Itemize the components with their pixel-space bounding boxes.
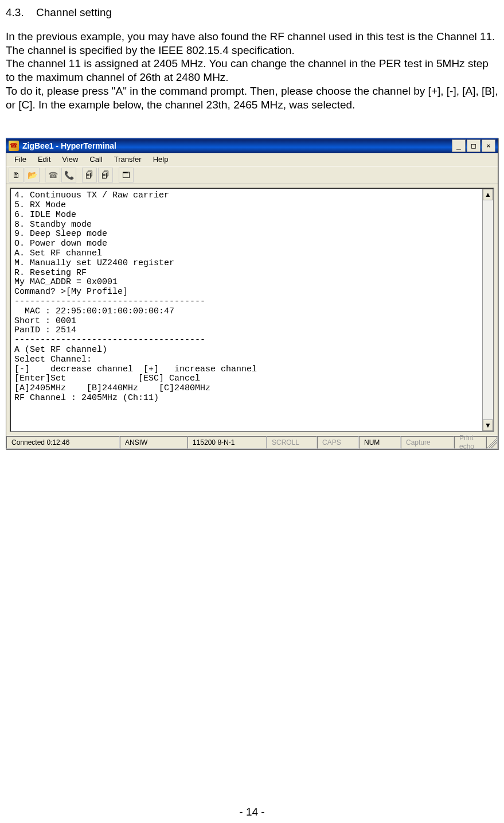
hyperterminal-window: ☎ ZigBee1 - HyperTerminal _ □ × File Edi… xyxy=(6,138,498,449)
terminal-line: ------------------------------------- xyxy=(14,297,479,307)
status-bar: Connected 0:12:46 ANSIW 115200 8-N-1 SCR… xyxy=(6,436,498,449)
page-number: - 14 - xyxy=(6,805,498,819)
terminal-line: Command? >[My Profile] xyxy=(14,288,479,297)
paragraph-2: The channel 11 is assigned at 2405 MHz. … xyxy=(6,57,498,84)
scroll-track[interactable] xyxy=(483,200,493,420)
terminal-line: A. Set RF channel xyxy=(14,249,479,259)
terminal-line: 9. Deep Sleep mode xyxy=(14,230,479,239)
terminal-line: 5. RX Mode xyxy=(14,201,479,211)
send-icon[interactable]: 🗐 xyxy=(82,168,97,183)
terminal-line: A (Set RF channel) xyxy=(14,345,479,355)
terminal-line: R. Reseting RF xyxy=(14,269,479,278)
terminal-line: My MAC_ADDR = 0x0001 xyxy=(14,278,479,288)
minimize-button[interactable]: _ xyxy=(452,139,466,152)
terminal-line: MAC : 22:95:00:01:00:00:00:47 xyxy=(14,307,479,317)
terminal-line: [-] decrease channel [+] increase channe… xyxy=(14,365,479,375)
menu-edit[interactable]: Edit xyxy=(32,154,56,165)
status-emulation: ANSIW xyxy=(120,436,187,449)
phone-icon[interactable]: ☎ xyxy=(45,168,60,183)
toolbar: 🗎 📂 ☎ 📞 🗐 🗐 🗔 xyxy=(6,166,498,184)
section-title: Channel setting xyxy=(36,6,112,18)
paragraph-1: In the previous example, you may have al… xyxy=(6,30,498,57)
new-doc-icon[interactable]: 🗎 xyxy=(9,168,24,183)
title-bar: ☎ ZigBee1 - HyperTerminal _ □ × xyxy=(6,138,498,153)
terminal-line: 6. IDLE Mode xyxy=(14,211,479,220)
terminal-line: O. Power down mode xyxy=(14,239,479,249)
menu-call[interactable]: Call xyxy=(84,154,108,165)
terminal-line: [Enter]Set [ESC] Cancel xyxy=(14,374,479,384)
terminal-line: Short : 0001 xyxy=(14,317,479,327)
paragraph-3: To do it, please press "A" in the comman… xyxy=(6,84,498,112)
terminal-wrap: 4. Continuous TX / Raw carrier5. RX Mode… xyxy=(6,184,498,436)
status-scroll: SCROLL xyxy=(267,436,317,449)
window-title: ZigBee1 - HyperTerminal xyxy=(22,141,452,152)
status-port: 115200 8-N-1 xyxy=(187,436,267,449)
maximize-button[interactable]: □ xyxy=(467,139,480,152)
hangup-icon[interactable]: 📞 xyxy=(61,168,76,183)
terminal-line: [A]2405MHz [B]2440MHz [C]2480MHz xyxy=(14,384,479,394)
section-number: 4.3. xyxy=(6,6,24,18)
menu-transfer[interactable]: Transfer xyxy=(108,154,147,165)
scroll-down-icon[interactable]: ▼ xyxy=(483,420,493,431)
terminal-line: 4. Continuous TX / Raw carrier xyxy=(14,191,479,201)
window-controls: _ □ × xyxy=(452,139,497,152)
terminal-line: RF Channel : 2405MHz (Ch:11) xyxy=(14,394,479,403)
status-num: NUM xyxy=(359,436,401,449)
terminal-line: Select Channel: xyxy=(14,355,479,365)
terminal-content[interactable]: 4. Continuous TX / Raw carrier5. RX Mode… xyxy=(11,189,483,431)
terminal-area[interactable]: 4. Continuous TX / Raw carrier5. RX Mode… xyxy=(10,188,494,432)
status-connection: Connected 0:12:46 xyxy=(6,436,120,449)
terminal-line: M. Manually set UZ2400 register xyxy=(14,259,479,269)
menu-help[interactable]: Help xyxy=(147,154,174,165)
terminal-line: 8. Standby mode xyxy=(14,220,479,230)
app-icon: ☎ xyxy=(9,141,19,151)
properties-icon[interactable]: 🗔 xyxy=(119,168,134,183)
menu-view[interactable]: View xyxy=(56,154,84,165)
resize-grip-icon[interactable] xyxy=(486,436,498,449)
receive-icon[interactable]: 🗐 xyxy=(98,168,113,183)
open-icon[interactable]: 📂 xyxy=(25,168,40,183)
section-heading: 4.3. Channel setting xyxy=(6,6,498,20)
status-capture: Capture xyxy=(401,436,454,449)
scrollbar[interactable]: ▲ ▼ xyxy=(482,189,493,431)
menu-bar: File Edit View Call Transfer Help xyxy=(6,153,498,166)
terminal-line: PanID : 2514 xyxy=(14,326,479,336)
terminal-line: ------------------------------------- xyxy=(14,336,479,345)
close-button[interactable]: × xyxy=(482,139,495,152)
scroll-up-icon[interactable]: ▲ xyxy=(483,189,493,200)
menu-file[interactable]: File xyxy=(9,154,32,165)
status-caps: CAPS xyxy=(317,436,359,449)
status-echo: Print echo xyxy=(454,436,486,449)
